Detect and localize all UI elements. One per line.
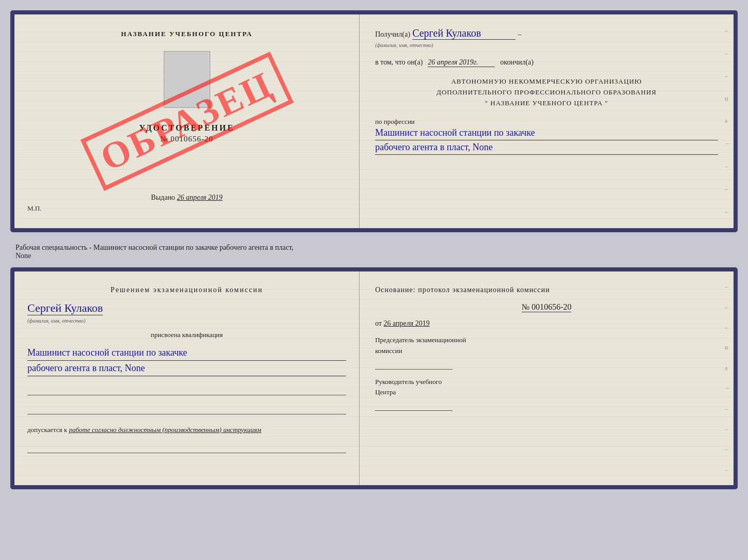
chairman-label2: комиссии	[375, 346, 718, 357]
okoncil-label: окончил(а)	[500, 58, 534, 67]
photo-placeholder	[164, 51, 210, 108]
cert-right-panel: Получил(а) Сергей Кулаков – (фамилия, им…	[360, 14, 734, 228]
head-label: Руководитель учебного	[375, 377, 718, 388]
bottom-right-panel: Основание: протокол экзаменационной коми…	[360, 271, 734, 485]
qual-line2: рабочего агента в пласт, None	[27, 361, 346, 376]
dopuskaetsya-prefix: допускается к	[27, 426, 67, 434]
date-prefix: в том, что он(а)	[375, 58, 423, 67]
spec-text: Рабочая специальность - Машинист насосно…	[15, 244, 733, 252]
received-block: Получил(а) Сергей Кулаков – (фамилия, им…	[375, 27, 718, 49]
fio-hint-top: (фамилия, имя, отчество)	[375, 42, 433, 48]
vydano-date: 26 апреля 2019	[177, 194, 222, 201]
bottom-person-block: Сергей Кулаков (фамилия, имя, отчество)	[27, 301, 346, 325]
chairman-block: Председатель экзаменационной комиссии	[375, 335, 718, 370]
commission-title: Решением экзаменационной комиссии	[27, 284, 346, 295]
udost-label: УДОСТОВЕРЕНИЕ	[139, 123, 235, 133]
underline-1	[27, 385, 346, 395]
profession-line1: Машинист насосной станции по закачке	[375, 126, 718, 140]
ot-prefix: от	[375, 319, 382, 327]
page-wrapper: НАЗВАНИЕ УЧЕБНОГО ЦЕНТРА ОБРАЗЕЦ УДОСТОВ…	[10, 10, 738, 493]
org-block: АВТОНОМНУЮ НЕКОММЕРЧЕСКУЮ ОРГАНИЗАЦИЮ ДО…	[375, 76, 718, 108]
qual-block: Машинист насосной станции по закачке раб…	[27, 345, 346, 376]
cert-number: № 0010656-20	[139, 135, 235, 143]
chairman-label: Председатель экзаменационной	[375, 335, 718, 346]
org-line2: ДОПОЛНИТЕЛЬНОГО ПРОФЕССИОНАЛЬНОГО ОБРАЗО…	[375, 87, 718, 98]
mp-label: М.П.	[27, 204, 41, 213]
received-prefix: Получил(а)	[375, 30, 410, 38]
dopuskaetsya-block: допускается к работе согласно должностны…	[27, 426, 346, 434]
chairman-sig-line	[375, 359, 453, 370]
org-line1: АВТОНОМНУЮ НЕКОММЕРЧЕСКУЮ ОРГАНИЗАЦИЮ	[375, 76, 718, 87]
vydano-label: Выдано	[151, 194, 175, 201]
date-value: 26 апреля 2019г.	[428, 58, 495, 67]
bottom-left-panel: Решением экзаменационной комиссии Сергей…	[14, 271, 360, 485]
qual-line1: Машинист насосной станции по закачке	[27, 345, 346, 361]
protocol-number: № 0010656-20	[522, 302, 572, 312]
protocol-number-block: № 0010656-20	[375, 302, 718, 312]
date-block: в том, что он(а) 26 апреля 2019г. окончи…	[375, 58, 718, 67]
dopuskaetsya-text: работе согласно должностным (производств…	[69, 426, 261, 434]
underline-3	[27, 443, 346, 453]
head-sig-line	[375, 401, 453, 411]
profession-label: по профессии	[375, 118, 718, 126]
spec-text2: None	[15, 252, 733, 260]
bottom-person-name: Сергей Кулаков	[27, 301, 103, 315]
head-block: Руководитель учебного Центра	[375, 377, 718, 411]
cert-left-panel: НАЗВАНИЕ УЧЕБНОГО ЦЕНТРА ОБРАЗЕЦ УДОСТОВ…	[14, 14, 360, 228]
profession-block: по профессии Машинист насосной станции п…	[375, 118, 718, 155]
right-dash-marks: –––иа←–––	[725, 14, 731, 228]
vydano-block: Выдано 26 апреля 2019	[151, 183, 223, 202]
org-line3: " НАЗВАНИЕ УЧЕБНОГО ЦЕНТРА "	[375, 98, 718, 109]
bottom-document-container: Решением экзаменационной комиссии Сергей…	[10, 267, 738, 489]
recipient-name: Сергей Кулаков	[412, 27, 516, 40]
prisvoena-label: присвоена квалификация	[27, 331, 346, 339]
spec-text-block: Рабочая специальность - Машинист насосно…	[10, 242, 738, 262]
cert-number-box: УДОСТОВЕРЕНИЕ № 0010656-20	[139, 123, 235, 143]
osnov-title: Основание: протокол экзаменационной коми…	[375, 284, 718, 295]
top-document: НАЗВАНИЕ УЧЕБНОГО ЦЕНТРА ОБРАЗЕЦ УДОСТОВ…	[13, 13, 735, 230]
cert-school-title: НАЗВАНИЕ УЧЕБНОГО ЦЕНТРА	[121, 30, 253, 38]
underline-2	[27, 404, 346, 414]
ot-date-block: от 26 апреля 2019	[375, 319, 718, 328]
head-label2: Центра	[375, 387, 718, 398]
ot-date: 26 апреля 2019	[384, 319, 430, 327]
profession-line2: рабочего агента в пласт, None	[375, 140, 718, 155]
top-document-container: НАЗВАНИЕ УЧЕБНОГО ЦЕНТРА ОБРАЗЕЦ УДОСТОВ…	[10, 10, 738, 232]
bottom-right-dash-marks: –––иа←––––	[725, 271, 731, 485]
bottom-fio-hint: (фамилия, имя, отчество)	[27, 318, 85, 324]
bottom-document: Решением экзаменационной комиссии Сергей…	[13, 270, 735, 487]
